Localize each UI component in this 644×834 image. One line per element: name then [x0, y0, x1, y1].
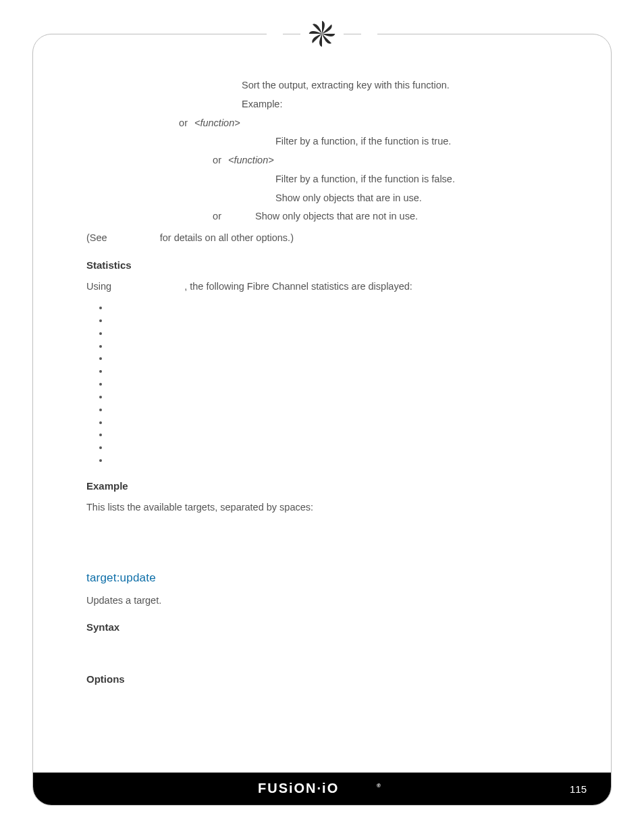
opt-inuse-desc: Show only objects that are in use. — [275, 191, 571, 206]
list-item — [109, 377, 571, 390]
stats-intro-1: Using — [86, 281, 114, 292]
pinwheel-icon — [307, 19, 337, 49]
list-item — [109, 390, 571, 403]
stats-intro: Using , the following Fibre Channel stat… — [86, 280, 571, 294]
example-heading: Example — [86, 479, 571, 494]
list-item — [109, 340, 571, 353]
see-line: (See for details on all other options.) — [86, 231, 571, 246]
opt-filter-false-desc: Filter by a function, if the function is… — [275, 172, 571, 187]
opt-notinuse-desc: Show only objects that are not in use. — [255, 209, 571, 224]
list-item — [109, 441, 571, 454]
syntax-heading: Syntax — [86, 620, 571, 635]
list-item — [109, 416, 571, 429]
see-prefix: (See — [86, 232, 107, 243]
opt-notinuse-row: or Show only objects that are not in use… — [120, 209, 571, 224]
opt-sort-desc-2: Example: — [242, 97, 571, 112]
stats-intro-2: , the following Fibre Channel statistics… — [184, 281, 412, 292]
page-number: 115 — [570, 783, 587, 795]
opt-or-3: or — [201, 209, 228, 224]
list-item — [109, 428, 571, 441]
target-update-desc: Updates a target. — [86, 594, 571, 608]
footer-bar: FUSiON·iO ® 115 — [33, 773, 611, 805]
header-logo — [267, 19, 377, 49]
list-item — [109, 403, 571, 416]
example-text: This lists the available targets, separa… — [86, 500, 571, 515]
list-item — [109, 327, 571, 340]
list-item — [109, 352, 571, 365]
opt-filter-true-row: or <function> — [86, 116, 571, 131]
opt-sort-desc-1: Sort the output, extracting key with thi… — [242, 78, 571, 93]
svg-text:®: ® — [377, 783, 383, 789]
opt-arg-2: <function> — [228, 153, 302, 168]
target-update-heading: target:update — [86, 569, 571, 587]
list-item — [109, 301, 571, 314]
opt-filter-true-desc: Filter by a function, if the function is… — [275, 134, 571, 149]
list-item — [109, 365, 571, 377]
footer-logo: FUSiON·iO ® — [258, 781, 386, 797]
options-heading: Options — [86, 672, 571, 687]
svg-text:FUSiON·iO: FUSiON·iO — [258, 781, 339, 796]
opt-arg: <function> — [194, 116, 269, 131]
list-item — [109, 454, 571, 467]
header-rule-left — [283, 34, 300, 34]
opt-filter-false-row: or <function> — [120, 153, 571, 168]
opt-or-2: or — [201, 153, 228, 168]
opt-or: or — [167, 116, 194, 131]
main-content: Sort the output, extracting key with thi… — [86, 76, 571, 694]
see-suffix: for details on all other options.) — [160, 232, 294, 243]
list-item — [109, 314, 571, 327]
statistics-heading: Statistics — [86, 258, 571, 273]
stats-list — [109, 301, 571, 467]
header-rule-right — [344, 34, 361, 34]
